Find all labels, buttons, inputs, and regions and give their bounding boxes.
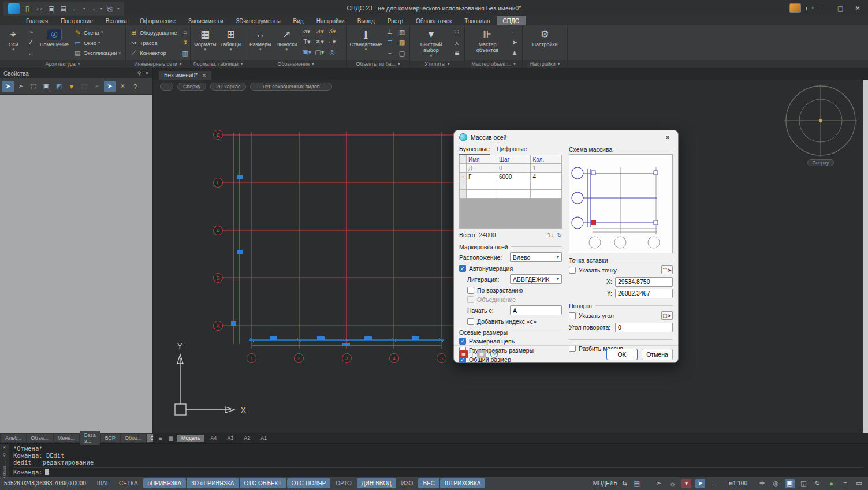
ribbon-tab[interactable]: СПДС xyxy=(497,16,526,25)
compass-view-label[interactable]: Сверху xyxy=(807,159,834,166)
dock-tab[interactable]: Объе... xyxy=(27,434,53,442)
preview-image-icon[interactable]: ▦ xyxy=(459,350,468,358)
slope-mark-icon[interactable]: ⌐▾ xyxy=(326,38,338,46)
layout-tab[interactable]: А1 xyxy=(256,435,271,442)
layout-list-icon[interactable]: ≡ xyxy=(156,434,165,442)
selection-cycling-icon[interactable]: ➤ xyxy=(695,479,705,488)
dialog-close-icon[interactable]: ✕ xyxy=(662,134,673,141)
fullscreen-icon[interactable]: ▭ xyxy=(854,479,864,488)
status-toggle[interactable]: ШТРИХОВКА xyxy=(440,478,485,488)
status-toggle[interactable]: оПРИВЯЗКА xyxy=(143,478,187,488)
navigation-compass[interactable]: Сверху xyxy=(783,84,859,166)
status-toggle[interactable]: 3D оПРИВЯЗКА xyxy=(187,478,239,488)
layout-tab[interactable]: А4 xyxy=(206,435,221,442)
axis-letter-bubble[interactable]: Б xyxy=(213,273,223,283)
location-select[interactable]: Влево▾ xyxy=(510,252,562,262)
orbit-icon[interactable]: ↻ xyxy=(813,479,822,488)
redo-icon[interactable]: → xyxy=(88,4,98,13)
info-dropdown-icon[interactable]: ▾ xyxy=(811,6,814,10)
dock-tab[interactable]: ВСР xyxy=(101,434,120,442)
drawing-scale[interactable]: м1:100 xyxy=(729,480,747,487)
break-mark-icon[interactable]: ✕▾ xyxy=(313,38,326,46)
ribbon-tab[interactable]: Топоплан xyxy=(458,16,496,25)
add-index-checkbox[interactable]: Добавить индекс «с» xyxy=(467,317,562,326)
ok-button[interactable]: OK xyxy=(606,349,638,360)
select-window-icon[interactable]: ⬚ xyxy=(28,81,39,92)
dimensions-button[interactable]: ↔ Размеры▾ xyxy=(248,27,273,59)
pick-point-checkbox[interactable]: Указать точку xyxy=(569,265,617,274)
ribbon-tab[interactable]: Вид xyxy=(287,16,310,25)
pick-angle-checkbox[interactable]: Указать угол xyxy=(569,311,614,320)
panel-caption-networks[interactable]: Инженерные сети▾ xyxy=(126,60,190,68)
utils-icon-1[interactable]: ∷ xyxy=(452,28,462,36)
clear-selection-icon[interactable]: ✕ xyxy=(117,81,128,92)
layout-add-icon[interactable]: ▦ xyxy=(166,434,176,442)
command-pin-icon[interactable]: ⚲ xyxy=(3,452,6,458)
object-tool-icon-5[interactable]: ▩ xyxy=(397,38,407,47)
pin-icon[interactable]: ⚲ xyxy=(137,70,141,76)
axis-number-bubble[interactable]: 3 xyxy=(342,353,352,363)
status-toggle[interactable]: ОТС-ПОЛЯР xyxy=(287,478,331,488)
equipment-button[interactable]: ⊞Оборудование xyxy=(128,28,178,37)
network-tool-icon-1[interactable]: ⌂ xyxy=(180,28,191,36)
panel-caption-formats[interactable]: Форматы, таблицы▾ xyxy=(191,60,245,68)
user-tools-icon[interactable]: ➣ xyxy=(654,479,664,488)
refresh-link-icon[interactable]: ↻ xyxy=(557,232,562,238)
dock-tab[interactable]: База э... xyxy=(80,431,100,445)
tables-button[interactable]: ⊞ Таблицы▾ xyxy=(219,27,243,59)
panel-caption-settings[interactable]: Настройки▾ xyxy=(523,60,567,68)
help-icon[interactable]: ? xyxy=(490,350,498,358)
dock-tab[interactable]: Альб... xyxy=(1,434,26,442)
select-crossing-icon[interactable]: ▣ xyxy=(40,81,52,92)
coins-mark-icon[interactable]: ◎ xyxy=(326,48,338,57)
wall-button[interactable]: ✎Стена▾ xyxy=(72,28,122,37)
space-switch-icon[interactable]: ⇆ xyxy=(620,479,629,488)
document-tab-close-icon[interactable]: ✕ xyxy=(202,73,207,78)
tab-letter-axes[interactable]: Буквенные xyxy=(459,145,490,155)
pick-add-icon[interactable]: ➤ xyxy=(104,81,116,92)
document-tab[interactable]: Без имени0* ✕ xyxy=(159,71,211,80)
status-toggle[interactable]: ИЗО xyxy=(397,478,418,488)
select-cursor-icon[interactable]: ➤ xyxy=(2,81,14,92)
zoom-window-icon[interactable]: ▣ xyxy=(785,479,795,488)
model-space-label[interactable]: МОДЕЛЬ xyxy=(593,480,617,487)
save-as-icon[interactable]: ▤ xyxy=(59,4,68,13)
axes-button[interactable]: ⌖ Оси▾ xyxy=(2,27,24,59)
axis-tools-icon-2[interactable]: ∠ xyxy=(26,38,36,47)
qat-customize-icon[interactable]: ▾ xyxy=(117,6,120,11)
close-button[interactable]: ✕ xyxy=(850,2,866,14)
regen-icon[interactable]: ● xyxy=(826,479,836,488)
axis-letter-bubble[interactable]: А xyxy=(213,321,223,331)
literation-select[interactable]: АБВГДЕЖИК▾ xyxy=(510,274,562,284)
leaders-button[interactable]: ↗ Выноски▾ xyxy=(274,27,299,59)
frame-mark-icon[interactable]: ▢▾ xyxy=(313,48,326,57)
axis-number-bubble[interactable]: 5 xyxy=(437,353,446,363)
ribbon-tab[interactable]: Вставка xyxy=(99,16,133,25)
snapshot-icon[interactable]: ▦ xyxy=(477,350,486,358)
object-master-button[interactable]: ⊪ Мастер объектов xyxy=(467,27,508,59)
ribbon-tab[interactable]: Зависимости xyxy=(182,16,230,25)
pan-hand-icon[interactable]: ✛ xyxy=(757,479,767,488)
axis-tools-icon-1[interactable]: ⌁ xyxy=(26,28,36,36)
master-icon-1[interactable]: ⌐ xyxy=(509,28,520,36)
ribbon-tab[interactable]: Растр xyxy=(381,16,409,25)
layers-icon[interactable]: ≡ xyxy=(840,479,850,488)
select-similar-icon[interactable]: ◩ xyxy=(53,81,65,92)
autonumber-checkbox[interactable]: Автонумерация xyxy=(459,264,562,272)
app-logo-icon[interactable] xyxy=(8,3,20,14)
lamp-icon[interactable]: ☼ xyxy=(668,479,677,488)
print-icon[interactable]: ⎘ xyxy=(105,4,114,13)
axis-letter-bubble[interactable]: В xyxy=(213,226,223,235)
deselect-cursor-icon[interactable]: ➣ xyxy=(91,81,103,92)
window-button[interactable]: ▭Окно▾ xyxy=(72,39,122,47)
ribbon-tab[interactable]: 3D-инструменты xyxy=(230,16,287,25)
panel-close-icon[interactable]: ✕ xyxy=(144,70,149,76)
object-tool-icon-4[interactable]: ▧ xyxy=(397,28,407,36)
status-toggle[interactable]: ОРТО xyxy=(331,478,356,488)
undo-dropdown-icon[interactable]: ▾ xyxy=(83,6,85,11)
explication-button[interactable]: ▤Экспликации▾ xyxy=(72,48,122,57)
pick-angle-button[interactable]: ⬚➤ xyxy=(661,311,673,320)
network-tool-icon-3[interactable]: ▥ xyxy=(180,49,191,58)
undo-icon[interactable]: ← xyxy=(71,4,80,13)
dim-chain-checkbox[interactable]: Размерная цепь xyxy=(459,336,562,345)
